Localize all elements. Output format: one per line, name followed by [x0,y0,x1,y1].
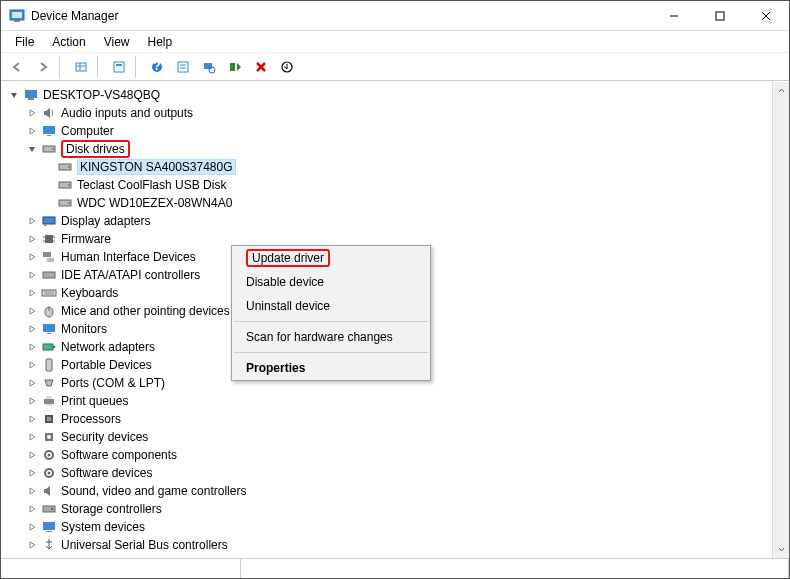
mouse-icon [41,303,57,319]
tree-item-disk-child[interactable]: Teclast CoolFlash USB Disk [3,176,772,194]
scroll-up-button[interactable] [773,82,789,99]
collapse-icon[interactable] [7,88,21,102]
expand-icon[interactable] [25,502,39,516]
help-button[interactable]: ? [145,56,169,78]
svg-rect-2 [14,20,20,22]
expand-icon[interactable] [25,520,39,534]
action-properties-button[interactable] [171,56,195,78]
tree-item-storage[interactable]: Storage controllers [3,500,772,518]
tree-item-security[interactable]: Security devices [3,428,772,446]
expand-icon[interactable] [25,268,39,282]
svg-rect-36 [44,225,47,226]
tree-item-processors[interactable]: Processors [3,410,772,428]
svg-rect-19 [230,63,235,71]
expand-icon[interactable] [25,124,39,138]
computer-icon [23,87,39,103]
scroll-down-button[interactable] [773,541,789,558]
svg-rect-10 [114,62,124,72]
expand-icon[interactable] [25,250,39,264]
svg-rect-69 [46,531,52,532]
expand-icon[interactable] [25,340,39,354]
gear-icon [41,447,57,463]
svg-rect-51 [47,333,51,334]
expand-icon[interactable] [25,448,39,462]
drive-icon [57,159,73,175]
expand-icon[interactable] [25,466,39,480]
tree-item-sw-devices[interactable]: Software devices [3,464,772,482]
svg-rect-24 [28,98,34,100]
show-hide-console-button[interactable] [69,56,93,78]
svg-point-28 [52,148,54,150]
expand-icon[interactable] [25,412,39,426]
expand-icon[interactable] [25,304,39,318]
expand-icon[interactable] [25,214,39,228]
uninstall-device-button[interactable] [249,56,273,78]
tree-item-display[interactable]: Display adapters [3,212,772,230]
expand-icon[interactable] [25,286,39,300]
tree-root[interactable]: DESKTOP-VS48QBQ [3,86,772,104]
tree-label: Network adapters [61,340,155,354]
tree-label: Monitors [61,322,107,336]
tree-item-usb[interactable]: Universal Serial Bus controllers [3,536,772,554]
vertical-scrollbar[interactable] [772,82,789,558]
svg-rect-45 [42,290,56,296]
expand-icon[interactable] [25,358,39,372]
menu-help[interactable]: Help [140,33,181,51]
expand-icon[interactable] [25,394,39,408]
collapse-icon[interactable] [25,142,39,156]
ctx-scan-hardware[interactable]: Scan for hardware changes [232,325,430,349]
enable-device-button[interactable] [223,56,247,78]
tree-label: Software devices [61,466,152,480]
expand-icon[interactable] [25,538,39,552]
tree-label: Security devices [61,430,148,444]
usb-icon [41,537,57,553]
expand-icon[interactable] [25,430,39,444]
tree-item-sw-components[interactable]: Software components [3,446,772,464]
expand-icon[interactable] [25,484,39,498]
ctx-update-driver[interactable]: Update driver [232,246,430,270]
security-icon [41,429,57,445]
tree-item-audio[interactable]: Audio inputs and outputs [3,104,772,122]
ctx-properties[interactable]: Properties [232,356,430,380]
svg-rect-26 [47,135,51,136]
tree-item-sound[interactable]: Sound, video and game controllers [3,482,772,500]
svg-point-61 [47,435,51,439]
tree-label: Software components [61,448,177,462]
tree-item-disk-drives[interactable]: Disk drives [3,140,772,158]
menu-file[interactable]: File [7,33,42,51]
expand-icon[interactable] [25,376,39,390]
controller-icon [41,267,57,283]
selected-item-label: KINGSTON SA400S37480G [77,159,236,175]
tree-item-disk-child[interactable]: WDC WD10EZEX-08WN4A0 [3,194,772,212]
scan-hardware-button[interactable] [197,56,221,78]
port-icon [41,375,57,391]
close-button[interactable] [743,1,789,31]
scroll-track[interactable] [773,99,789,541]
drive-icon [57,177,73,193]
ctx-disable-device[interactable]: Disable device [232,270,430,294]
svg-rect-35 [43,217,55,224]
menu-action[interactable]: Action [44,33,93,51]
svg-text:?: ? [153,60,160,73]
back-button[interactable] [5,56,29,78]
tree-item-disk-child-selected[interactable]: KINGSTON SA400S37480G [3,158,772,176]
expand-icon[interactable] [25,322,39,336]
minimize-button[interactable] [651,1,697,31]
properties-button[interactable] [107,56,131,78]
maximize-button[interactable] [697,1,743,31]
expand-icon[interactable] [25,232,39,246]
ctx-uninstall-device[interactable]: Uninstall device [232,294,430,318]
update-driver-button[interactable] [275,56,299,78]
expand-icon[interactable] [25,106,39,120]
svg-point-32 [68,184,70,186]
device-manager-window: Device Manager File Action View Help ? [0,0,790,579]
ctx-label: Update driver [252,251,324,265]
status-segment [241,559,789,578]
tree-item-print-queues[interactable]: Print queues [3,392,772,410]
tree-label: Portable Devices [61,358,152,372]
forward-button[interactable] [31,56,55,78]
menu-view[interactable]: View [96,33,138,51]
status-segment [1,559,241,578]
tree-item-system-devices[interactable]: System devices [3,518,772,536]
tree-item-computer[interactable]: Computer [3,122,772,140]
